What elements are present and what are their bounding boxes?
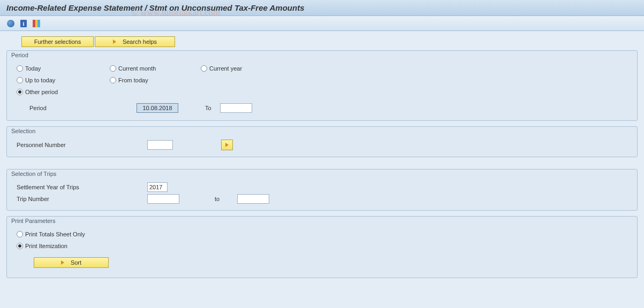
radio-from-today[interactable]: From today	[110, 77, 148, 83]
app-toolbar: i	[0, 16, 644, 31]
radio-up-to-today[interactable]: Up to today	[17, 77, 55, 83]
trips-legend: Selection of Trips	[7, 170, 637, 179]
period-legend: Period	[7, 51, 637, 60]
print-legend: Print Parameters	[7, 217, 637, 226]
settlement-year-label: Settlement Year of Trips	[13, 184, 147, 190]
radio-icon	[201, 65, 207, 72]
radio-print-itemization[interactable]: Print Itemization	[17, 243, 67, 249]
radio-today-label: Today	[25, 65, 41, 72]
radio-icon	[17, 77, 23, 83]
settlement-year-input[interactable]	[147, 182, 168, 192]
radio-icon	[17, 89, 23, 95]
selection-buttons-row: Further selections Search helps	[21, 36, 638, 47]
radio-from-today-label: From today	[118, 77, 148, 83]
radio-print-itemization-label: Print Itemization	[25, 243, 67, 249]
content-area: Further selections Search helps Period T…	[0, 31, 644, 308]
period-from-label: Period	[29, 105, 47, 111]
personnel-number-label: Personnel Number	[13, 142, 147, 148]
radio-icon	[110, 77, 116, 83]
arrow-right-icon	[225, 143, 229, 147]
period-group: Period Today Current month	[6, 50, 638, 121]
selection-legend: Selection	[7, 127, 637, 136]
period-to-input[interactable]	[220, 103, 252, 113]
radio-print-totals[interactable]: Print Totals Sheet Only	[17, 231, 85, 237]
radio-current-month-label: Current month	[118, 65, 156, 72]
radio-print-totals-label: Print Totals Sheet Only	[25, 231, 85, 237]
radio-current-year[interactable]: Current year	[201, 65, 242, 72]
radio-icon	[110, 65, 116, 72]
trip-number-from-input[interactable]	[147, 194, 179, 204]
search-helps-button[interactable]: Search helps	[95, 36, 175, 47]
trip-number-label: Trip Number	[13, 196, 147, 202]
radio-other-period-label: Other period	[25, 89, 58, 95]
sort-button-label: Sort	[71, 259, 81, 266]
variants-icon[interactable]	[31, 19, 42, 28]
radio-icon	[17, 243, 23, 249]
sort-button[interactable]: Sort	[34, 257, 109, 268]
trip-number-to-label: to	[211, 196, 237, 202]
print-group: Print Parameters Print Totals Sheet Only…	[6, 216, 638, 278]
trips-group: Selection of Trips Settlement Year of Tr…	[6, 169, 638, 211]
radio-current-month[interactable]: Current month	[110, 65, 156, 72]
radio-today[interactable]: Today	[17, 65, 41, 72]
radio-icon	[17, 231, 23, 237]
arrow-right-icon	[61, 260, 64, 265]
radio-up-to-today-label: Up to today	[25, 77, 55, 83]
trip-number-to-input[interactable]	[237, 194, 269, 204]
period-from-input[interactable]	[137, 103, 178, 113]
radio-icon	[17, 65, 23, 72]
arrow-right-icon	[113, 40, 116, 44]
page-title-text: Income-Related Expense Statement / Stmt …	[6, 3, 305, 12]
further-selections-label: Further selections	[34, 38, 81, 45]
radio-current-year-label: Current year	[209, 65, 242, 72]
execute-icon[interactable]	[5, 19, 16, 28]
period-to-label: To	[205, 105, 220, 111]
selection-group: Selection Personnel Number	[6, 126, 638, 157]
page-title: Income-Related Expense Statement / Stmt …	[0, 0, 644, 16]
multiple-selection-button[interactable]	[221, 140, 233, 150]
personnel-number-input[interactable]	[147, 140, 173, 150]
further-selections-button[interactable]: Further selections	[21, 36, 94, 47]
radio-other-period[interactable]: Other period	[17, 89, 58, 95]
info-icon[interactable]: i	[18, 19, 29, 28]
search-helps-label: Search helps	[123, 38, 157, 45]
